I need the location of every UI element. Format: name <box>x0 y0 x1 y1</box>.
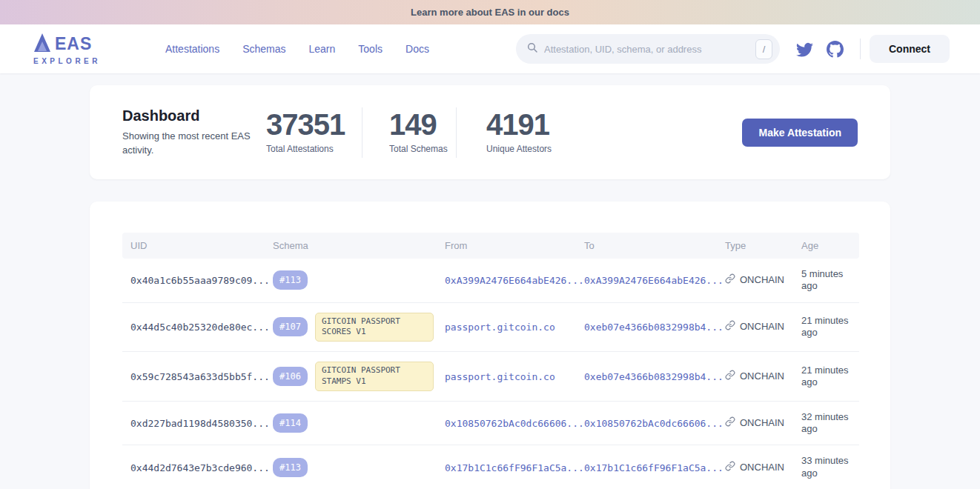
nav-attestations[interactable]: Attestations <box>165 43 219 55</box>
to-address-link[interactable]: 0xeb07e4366b0832998b4... <box>584 322 724 333</box>
schema-id-badge[interactable]: #107 <box>273 317 308 336</box>
social-links <box>796 41 844 58</box>
schema-id-badge[interactable]: #114 <box>273 413 308 433</box>
nav-tools[interactable]: Tools <box>358 43 383 55</box>
column-header-to: To <box>576 233 717 259</box>
twitter-icon[interactable] <box>796 41 813 58</box>
nav-docs[interactable]: Docs <box>405 43 429 55</box>
column-header-age: Age <box>793 233 859 259</box>
stat-unique-attestors: 4191 Unique Attestors <box>457 109 552 156</box>
from-address-link[interactable]: 0x10850762bAc0dc66606... <box>445 418 584 429</box>
type-label: ONCHAIN <box>740 462 784 473</box>
table-row[interactable]: 0x40a1c6b55aaa9789c09... #113 0xA399A247… <box>122 259 859 302</box>
schema-id-badge[interactable]: #106 <box>273 367 308 386</box>
type-label: ONCHAIN <box>740 274 784 285</box>
page-subtitle: Showing the most recent EAS activity. <box>122 130 254 158</box>
schema-id-badge[interactable]: #113 <box>273 458 308 477</box>
dashboard-card: Dashboard Showing the most recent EAS ac… <box>90 85 890 179</box>
chain-link-icon <box>725 370 735 382</box>
uid-link[interactable]: 0x44d5c40b25320de80ec... <box>130 322 270 333</box>
header-divider <box>860 39 861 59</box>
stat-label: Total Schemas <box>389 143 456 156</box>
type-cell: ONCHAIN <box>725 273 784 286</box>
uid-link[interactable]: 0x44d2d7643e7b3cde960... <box>130 462 270 473</box>
page-content: Dashboard Showing the most recent EAS ac… <box>0 73 980 489</box>
stat-value: 37351 <box>266 109 362 140</box>
to-address-link[interactable]: 0x17b1C1c66fF96F1aC5a... <box>584 462 724 473</box>
attestations-table-card: UID Schema From To Type Age 0x40a1c6b55a… <box>90 202 890 489</box>
age-label: 5 minutes ago <box>801 268 856 293</box>
column-header-uid: UID <box>122 233 265 259</box>
age-label: 21 minutes ago <box>801 365 856 389</box>
docs-banner-text[interactable]: Learn more about EAS in our docs <box>411 7 569 18</box>
github-icon[interactable] <box>827 41 844 58</box>
chain-link-icon <box>725 416 735 429</box>
slash-shortcut-badge: / <box>755 39 772 59</box>
nav-learn[interactable]: Learn <box>309 43 336 55</box>
attestations-table: UID Schema From To Type Age 0x40a1c6b55a… <box>122 233 859 489</box>
search-bar[interactable]: / <box>516 34 780 64</box>
schema-id-badge[interactable]: #113 <box>273 270 308 290</box>
main-nav: Attestations Schemas Learn Tools Docs <box>165 43 429 55</box>
chain-link-icon <box>725 320 735 333</box>
stat-value: 149 <box>389 109 456 140</box>
eas-logo-icon <box>33 33 51 56</box>
stat-value: 4191 <box>486 109 552 140</box>
table-row[interactable]: 0xd227bad1198d4580350... #114 0x10850762… <box>122 401 859 445</box>
stat-label: Unique Attestors <box>486 143 552 156</box>
eas-logo[interactable]: EAS EXPLORER <box>33 33 122 65</box>
table-body: 0x40a1c6b55aaa9789c09... #113 0xA399A247… <box>122 259 859 489</box>
page-title: Dashboard <box>122 107 266 124</box>
table-row[interactable]: 0x44d5c40b25320de80ec... #107 GITCOIN PA… <box>122 302 859 352</box>
from-address-link[interactable]: passport.gitcoin.co <box>445 322 555 333</box>
make-attestation-button[interactable]: Make Attestation <box>742 119 858 147</box>
uid-link[interactable]: 0xd227bad1198d4580350... <box>130 418 270 429</box>
from-address-link[interactable]: 0xA399A2476E664abE426... <box>445 275 584 286</box>
docs-banner[interactable]: Learn more about EAS in our docs <box>0 0 980 24</box>
age-label: 33 minutes ago <box>801 455 856 479</box>
stat-label: Total Attestations <box>266 143 362 156</box>
schema-name-badge[interactable]: GITCOIN PASSPORT STAMPS V1 <box>315 362 434 391</box>
column-header-type: Type <box>717 233 793 259</box>
type-label: ONCHAIN <box>740 417 784 428</box>
type-cell: ONCHAIN <box>725 461 784 473</box>
uid-link[interactable]: 0x59c728543a633d5bb5f... <box>130 371 270 382</box>
column-header-schema: Schema <box>265 233 437 259</box>
header: EAS EXPLORER Attestations Schemas Learn … <box>0 24 980 73</box>
logo-title: EAS <box>55 36 92 53</box>
stat-total-attestations: 37351 Total Attestations <box>266 109 362 156</box>
type-label: ONCHAIN <box>740 370 784 382</box>
to-address-link[interactable]: 0x10850762bAc0dc66606... <box>584 418 724 429</box>
to-address-link[interactable]: 0xeb07e4366b0832998b4... <box>584 371 724 382</box>
chain-link-icon <box>725 461 735 473</box>
nav-schemas[interactable]: Schemas <box>242 43 285 55</box>
chain-link-icon <box>725 273 735 286</box>
search-input[interactable] <box>544 44 755 55</box>
stat-total-schemas: 149 Total Schemas <box>362 109 456 156</box>
from-address-link[interactable]: 0x17b1C1c66fF96F1aC5a... <box>445 462 584 473</box>
table-row[interactable]: 0x59c728543a633d5bb5f... #106 GITCOIN PA… <box>122 352 859 402</box>
age-label: 32 minutes ago <box>801 411 856 436</box>
table-header: UID Schema From To Type Age <box>122 233 859 259</box>
connect-button[interactable]: Connect <box>870 35 950 63</box>
type-label: ONCHAIN <box>740 321 784 332</box>
from-address-link[interactable]: passport.gitcoin.co <box>445 371 555 382</box>
to-address-link[interactable]: 0xA399A2476E664abE426... <box>584 275 724 286</box>
search-icon <box>526 41 538 56</box>
type-cell: ONCHAIN <box>725 320 784 333</box>
schema-name-badge[interactable]: GITCOIN PASSPORT SCORES V1 <box>315 313 434 342</box>
type-cell: ONCHAIN <box>725 370 784 382</box>
uid-link[interactable]: 0x40a1c6b55aaa9789c09... <box>130 275 270 286</box>
dashboard-intro: Dashboard Showing the most recent EAS ac… <box>122 107 266 158</box>
table-row[interactable]: 0x44d2d7643e7b3cde960... #113 0x17b1C1c6… <box>122 445 859 489</box>
dashboard-stats: 37351 Total Attestations 149 Total Schem… <box>266 107 552 158</box>
logo-subtitle: EXPLORER <box>33 57 101 65</box>
column-header-from: From <box>437 233 576 259</box>
age-label: 21 minutes ago <box>801 315 856 339</box>
type-cell: ONCHAIN <box>725 416 784 429</box>
